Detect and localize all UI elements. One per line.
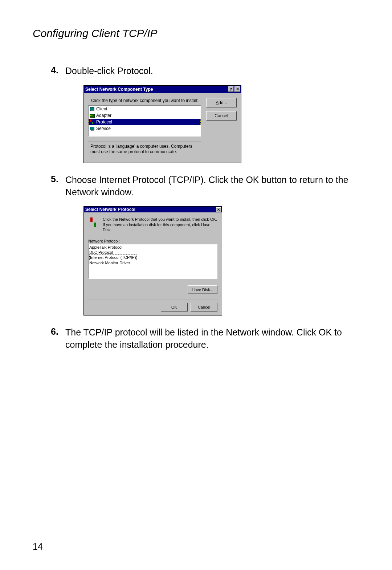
section-title: Configuring Client TCP/IP: [33, 27, 359, 40]
protocol-icon: [88, 217, 100, 228]
step-4: 4. Double-click Protocol. Select Network…: [51, 65, 359, 163]
separator: [87, 299, 218, 300]
component-item-protocol[interactable]: Protocol: [89, 119, 201, 125]
service-icon: [89, 126, 95, 131]
step-number: 5.: [51, 174, 65, 184]
component-label: Adapter: [96, 113, 111, 118]
protocol-item-tcpip[interactable]: Internet Protocol (TCP/IP): [89, 255, 137, 260]
dialog1-titlebar: Select Network Component Type ? ✕: [84, 86, 241, 93]
component-label: Service: [96, 126, 111, 131]
dialog1-instruction: Click the type of network component you …: [91, 98, 201, 103]
adapter-icon: [89, 113, 95, 118]
cancel-button[interactable]: Cancel: [191, 303, 217, 312]
document-page: Configuring Client TCP/IP 4. Double-clic…: [0, 0, 392, 570]
protocol-item-dlc[interactable]: DLC Protocol: [89, 250, 216, 255]
have-disk-button[interactable]: Have Disk...: [188, 285, 217, 294]
step-5: 5. Choose Internet Protocol (TCP/IP). Cl…: [51, 174, 359, 315]
component-label: Client: [96, 106, 107, 111]
select-network-protocol-dialog: Select Network Protocol ✕ Click the Netw…: [83, 206, 222, 315]
component-description: Protocol is a 'language' a computer uses…: [88, 142, 201, 158]
step-number: 4.: [51, 65, 65, 76]
dialog2-titlebar: Select Network Protocol ✕: [84, 207, 222, 212]
step-number: 6.: [51, 326, 65, 337]
protocol-list[interactable]: AppleTalk Protocol DLC Protocol Internet…: [88, 244, 217, 279]
step-text: Double-click Protocol.: [65, 65, 153, 77]
protocol-item-monitor[interactable]: Network Monitor Driver: [89, 260, 216, 265]
add-button[interactable]: Add...: [206, 98, 237, 107]
step-text: The TCP/IP protocol will be listed in th…: [65, 326, 359, 351]
protocol-icon: [89, 119, 95, 125]
page-number: 14: [33, 541, 43, 552]
protocol-item-appletalk[interactable]: AppleTalk Protocol: [89, 245, 216, 250]
step-6: 6. The TCP/IP protocol will be listed in…: [51, 326, 359, 351]
close-icon[interactable]: ✕: [234, 86, 240, 92]
component-item-client[interactable]: Client: [89, 106, 201, 112]
close-icon[interactable]: ✕: [216, 207, 221, 212]
dialog2-title: Select Network Protocol: [85, 207, 215, 212]
select-component-type-dialog: Select Network Component Type ? ✕ Click …: [83, 85, 241, 163]
step-text: Choose Internet Protocol (TCP/IP). Click…: [65, 174, 359, 199]
cancel-button[interactable]: Cancel: [206, 111, 237, 121]
component-label: Protocol: [96, 119, 112, 125]
steps-list: 4. Double-click Protocol. Select Network…: [51, 65, 359, 351]
figure-dialog2: Select Network Protocol ✕ Click the Netw…: [83, 206, 359, 315]
help-icon[interactable]: ?: [228, 86, 234, 92]
protocol-list-label: Network Protocol:: [88, 239, 217, 243]
client-icon: [89, 106, 95, 112]
dialog2-message: Click the Network Protocol that you want…: [103, 217, 217, 232]
dialog1-title: Select Network Component Type: [85, 87, 227, 92]
add-button-suffix: dd...: [219, 100, 227, 105]
figure-dialog1: Select Network Component Type ? ✕ Click …: [83, 85, 359, 163]
ok-button[interactable]: OK: [161, 303, 188, 312]
component-item-service[interactable]: Service: [89, 125, 201, 132]
component-type-list[interactable]: Client Adapter Protocol: [88, 105, 201, 137]
component-item-adapter[interactable]: Adapter: [89, 112, 201, 119]
